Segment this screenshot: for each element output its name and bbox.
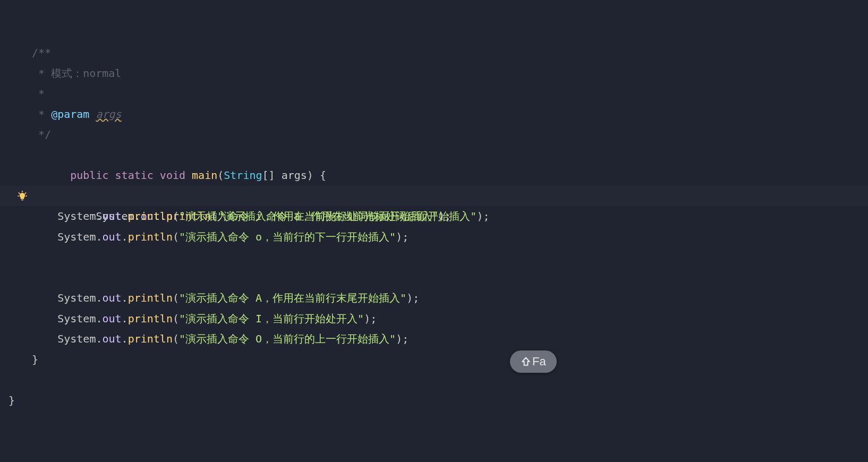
lightbulb-icon[interactable] <box>17 191 28 201</box>
semicolon: ; <box>445 210 451 223</box>
ident-system: System <box>57 210 96 223</box>
code-line[interactable]: } <box>0 390 868 411</box>
code-line[interactable]: * <box>0 83 868 104</box>
fold-handle-icon[interactable] <box>2 152 7 158</box>
code-line[interactable]: * 模式：normal <box>0 63 868 84</box>
dot: . <box>122 292 128 304</box>
paren-close: ) <box>406 292 413 304</box>
field-out: out <box>102 332 121 345</box>
comment-open: /** <box>32 46 51 59</box>
code-line-active[interactable]: System.out.println("演示插入命令 a，作用在当前光标处词后面… <box>0 186 868 207</box>
code-line[interactable] <box>0 165 868 186</box>
method-println: println <box>128 312 173 325</box>
code-line[interactable] <box>0 268 868 288</box>
dot: . <box>122 312 128 325</box>
dot: . <box>122 332 128 345</box>
code-content[interactable]: /** * 模式：normal * * @param args */ publi… <box>0 0 868 410</box>
svg-line-2 <box>25 193 26 194</box>
method-println: println <box>128 292 173 304</box>
caps-lock-indicator: Fa <box>510 350 557 373</box>
dot: . <box>122 230 128 243</box>
code-line[interactable]: /** <box>0 42 868 63</box>
string-literal: "演示插入命令 O，当前行的上一行开始插入" <box>179 332 396 345</box>
svg-line-1 <box>19 193 20 194</box>
code-line[interactable] <box>0 370 868 390</box>
code-line[interactable]: System.out.println("演示插入命令 O，当前行的上一行开始插入… <box>0 329 868 349</box>
field-out: out <box>102 210 121 223</box>
code-editor[interactable]: /** * 模式：normal * * @param args */ publi… <box>0 0 868 462</box>
paren-close: ) <box>364 312 370 325</box>
dot: . <box>96 210 102 223</box>
paren-open: ( <box>173 230 179 243</box>
brace-close: } <box>32 353 38 366</box>
semicolon: ; <box>402 332 409 345</box>
javadoc-tag: @param <box>51 108 89 121</box>
field-out: out <box>102 312 121 325</box>
code-line[interactable]: System.out.println("演示插入命令 o，当前行的下一行开始插入… <box>0 227 868 247</box>
paren-close: ) <box>396 332 402 345</box>
string-literal: "演示插入命令 o，当前行的下一行开始插入" <box>179 230 396 243</box>
dot: . <box>96 230 102 243</box>
ident-system: System <box>57 332 96 345</box>
comment-text: * 模式：normal <box>32 67 121 80</box>
code-line[interactable]: */ <box>0 124 868 145</box>
dot: . <box>96 312 102 325</box>
shift-arrow-icon <box>521 356 531 367</box>
dot: . <box>96 332 102 345</box>
paren-open: ( <box>173 312 179 325</box>
field-out: out <box>102 230 121 243</box>
string-literal: "演示插入命令 I，当前行开始处开入" <box>179 312 364 325</box>
field-out: out <box>102 292 121 304</box>
method-println: println <box>128 210 173 223</box>
comment-text: * <box>32 87 45 100</box>
javadoc-param-name: args <box>96 108 121 121</box>
string-literal: "演示插入命令 i，作用在当前光标处词前面开始插入" <box>179 210 438 223</box>
code-line[interactable]: System.out.println("演示插入命令 A，作用在当前行末尾开始插… <box>0 288 868 309</box>
code-line[interactable]: } <box>0 349 868 370</box>
brace-close: } <box>8 394 15 407</box>
code-line[interactable]: System.out.println("演示插入命令 I，当前行开始处开入"); <box>0 309 868 329</box>
paren-open: ( <box>173 292 179 304</box>
dot: . <box>122 210 128 223</box>
paren-open: ( <box>173 210 179 223</box>
paren-close: ) <box>438 210 445 223</box>
code-line[interactable]: * @param args <box>0 104 868 125</box>
code-line[interactable]: public static void main(String[] args) { <box>0 145 868 166</box>
ident-system: System <box>57 312 96 325</box>
ident-system: System <box>57 230 96 243</box>
space <box>89 108 96 121</box>
indicator-text: Fa <box>532 355 546 369</box>
semicolon: ; <box>370 312 377 325</box>
comment-close: */ <box>32 128 51 141</box>
semicolon: ; <box>413 292 419 304</box>
paren-close: ) <box>396 230 402 243</box>
method-println: println <box>128 230 173 243</box>
comment-prefix: * <box>32 108 51 121</box>
dot: . <box>96 292 102 304</box>
string-literal: "演示插入命令 A，作用在当前行末尾开始插入" <box>179 292 406 304</box>
semicolon: ; <box>402 230 409 243</box>
method-println: println <box>128 332 173 345</box>
code-line[interactable]: System.out.println("演示插入命令 i，作用在当前光标处词前面… <box>0 206 868 227</box>
svg-rect-5 <box>21 199 23 200</box>
code-line[interactable] <box>0 247 868 268</box>
paren-open: ( <box>173 332 179 345</box>
ident-system: System <box>57 292 96 304</box>
